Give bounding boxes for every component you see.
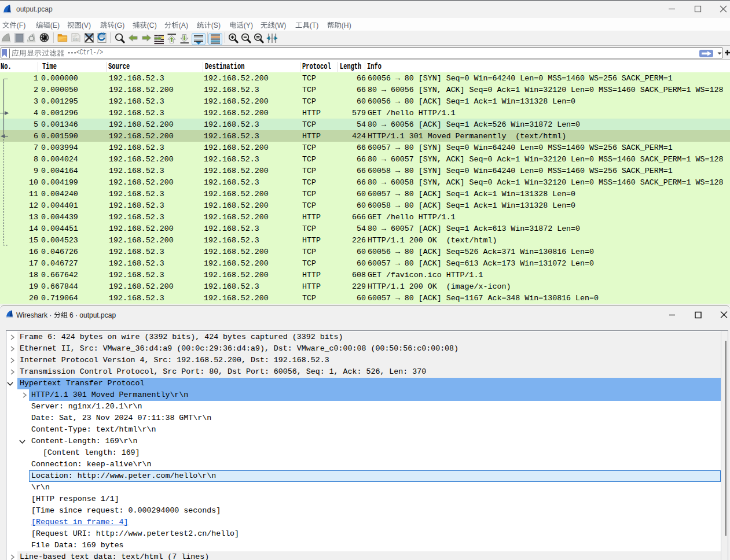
svg-text:010: 010 <box>73 38 78 41</box>
